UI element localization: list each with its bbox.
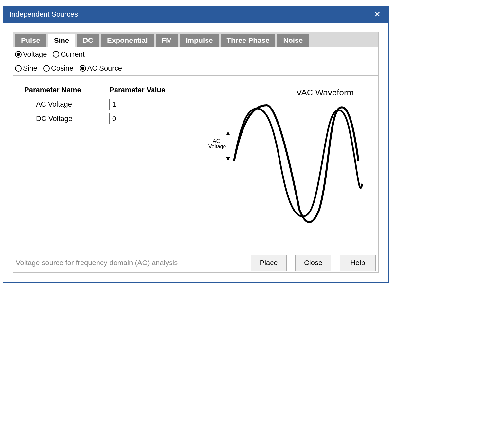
radio-cosine-label: Cosine [51, 64, 73, 73]
tab-sine[interactable]: Sine [48, 34, 75, 47]
close-button[interactable]: Close [295, 255, 331, 271]
amplitude-arrow-down-icon [226, 157, 230, 161]
param-ac-voltage-input[interactable] [109, 99, 171, 110]
tab-strip: Pulse Sine DC Exponential FM Impulse Thr… [13, 32, 379, 47]
place-button[interactable]: Place [251, 255, 287, 271]
footer: Voltage source for frequency domain (AC)… [13, 246, 378, 272]
body-row: Parameter Name Parameter Value AC Voltag… [13, 76, 378, 243]
param-ac-voltage-label: AC Voltage [24, 100, 109, 109]
window-title: Independent Sources [9, 10, 371, 19]
param-header-value: Parameter Value [109, 86, 181, 94]
tab-impulse[interactable]: Impulse [180, 34, 219, 47]
param-dc-voltage-label: DC Voltage [24, 114, 109, 123]
tab-pulse[interactable]: Pulse [15, 34, 46, 47]
tab-noise[interactable]: Noise [277, 34, 309, 47]
param-dc-voltage-input[interactable] [109, 113, 171, 124]
radio-icon [15, 65, 22, 72]
radio-sine[interactable]: Sine [15, 64, 37, 73]
tab-three-phase[interactable]: Three Phase [221, 34, 276, 47]
close-icon[interactable]: ✕ [371, 8, 384, 20]
radio-ac-source[interactable]: AC Source [80, 64, 122, 73]
radio-ac-source-label: AC Source [87, 64, 122, 73]
waveform-svg: VAC Waveform AC Voltage [205, 86, 368, 236]
wave-kind-row: Sine Cosine AC Source [13, 61, 378, 76]
radio-icon [43, 65, 50, 72]
radio-voltage[interactable]: Voltage [15, 50, 47, 59]
waveform-curve-main [234, 105, 357, 218]
source-kind-row: Voltage Current [13, 47, 378, 61]
tab-dc[interactable]: DC [77, 34, 99, 47]
radio-voltage-label: Voltage [23, 50, 47, 59]
radio-current-label: Current [61, 50, 84, 59]
radio-icon [80, 65, 86, 72]
independent-sources-dialog: Independent Sources ✕ Pulse Sine DC Expo… [3, 6, 389, 283]
parameter-table: Parameter Name Parameter Value AC Voltag… [16, 86, 201, 239]
chart-ylabel-line1: AC [213, 138, 220, 144]
radio-icon [53, 51, 59, 58]
param-ac-voltage-row: AC Voltage [24, 99, 201, 110]
amplitude-arrow-up-icon [226, 131, 230, 135]
panel-sine: Voltage Current Sine Cosine [13, 47, 379, 273]
titlebar: Independent Sources ✕ [3, 6, 388, 23]
radio-current[interactable]: Current [53, 50, 84, 59]
radio-sine-label: Sine [23, 64, 37, 73]
tab-exponential[interactable]: Exponential [101, 34, 154, 47]
dialog-content: Pulse Sine DC Exponential FM Impulse Thr… [3, 23, 388, 282]
chart-title-text: VAC Waveform [296, 88, 354, 97]
radio-cosine[interactable]: Cosine [43, 64, 73, 73]
param-dc-voltage-row: DC Voltage [24, 113, 201, 124]
tab-fm[interactable]: FM [156, 34, 178, 47]
param-header-name: Parameter Name [24, 86, 109, 94]
waveform-preview: VAC Waveform AC Voltage [205, 86, 376, 239]
help-button[interactable]: Help [340, 255, 376, 271]
footer-description: Voltage source for frequency domain (AC)… [16, 259, 251, 267]
waveform-curve [234, 105, 358, 222]
radio-icon [15, 51, 22, 58]
chart-ylabel-line2: Voltage [208, 144, 226, 149]
